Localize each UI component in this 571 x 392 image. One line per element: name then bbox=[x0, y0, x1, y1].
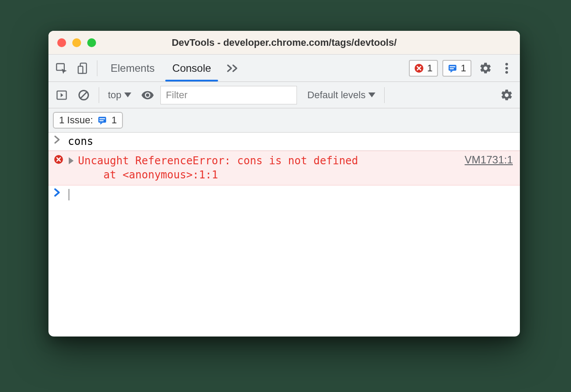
maximize-window-button[interactable] bbox=[87, 38, 96, 47]
input-chevron-icon bbox=[54, 135, 63, 144]
error-count: 1 bbox=[427, 63, 433, 74]
console-previous-input-text: cons bbox=[68, 135, 93, 148]
issue-icon bbox=[97, 115, 107, 125]
issues-label: 1 Issue: bbox=[59, 115, 93, 126]
console-filter-bar: top Default levels bbox=[48, 82, 520, 108]
divider bbox=[384, 87, 385, 103]
tab-console[interactable]: Console bbox=[163, 55, 220, 81]
console-settings-icon[interactable] bbox=[497, 85, 516, 105]
filter-input[interactable] bbox=[160, 86, 297, 104]
minimize-window-button[interactable] bbox=[72, 38, 81, 47]
log-levels-label: Default levels bbox=[308, 89, 366, 101]
context-selector[interactable]: top bbox=[104, 85, 135, 105]
svg-point-6 bbox=[505, 67, 508, 69]
device-toolbar-icon[interactable] bbox=[73, 59, 93, 78]
live-expressions-icon[interactable] bbox=[137, 85, 158, 105]
clear-console-icon[interactable] bbox=[74, 85, 93, 105]
settings-icon[interactable] bbox=[476, 59, 495, 78]
log-levels-selector[interactable]: Default levels bbox=[304, 85, 379, 105]
svg-point-5 bbox=[505, 63, 508, 65]
divider bbox=[97, 60, 97, 76]
panel-tabs: Elements Console bbox=[102, 55, 245, 81]
error-source-link[interactable]: VM1731:1 bbox=[465, 154, 515, 166]
context-label: top bbox=[108, 89, 122, 101]
console-previous-input-row: cons bbox=[48, 133, 520, 151]
titlebar: DevTools - developer.chrome.com/tags/dev… bbox=[48, 31, 520, 55]
devtools-window: DevTools - developer.chrome.com/tags/dev… bbox=[48, 31, 520, 337]
window-title: DevTools - developer.chrome.com/tags/dev… bbox=[48, 37, 520, 48]
toggle-sidebar-icon[interactable] bbox=[52, 85, 71, 105]
svg-line-10 bbox=[81, 92, 87, 98]
svg-rect-4 bbox=[449, 65, 456, 70]
expand-error-icon[interactable] bbox=[69, 157, 74, 164]
issues-bar: 1 Issue: 1 bbox=[48, 108, 520, 133]
traffic-lights bbox=[57, 38, 96, 47]
console-input[interactable] bbox=[68, 188, 69, 200]
chevron-down-icon bbox=[368, 92, 375, 97]
chevron-down-icon bbox=[124, 92, 131, 97]
inspect-element-icon[interactable] bbox=[52, 59, 71, 78]
tabs-overflow-icon[interactable] bbox=[220, 55, 245, 81]
error-count-badge[interactable]: 1 bbox=[409, 60, 438, 77]
issue-icon bbox=[448, 63, 457, 73]
issues-count: 1 bbox=[111, 115, 117, 126]
console-prompt-row[interactable] bbox=[48, 185, 520, 203]
issue-count: 1 bbox=[461, 63, 466, 74]
svg-rect-2 bbox=[78, 66, 83, 73]
main-toolbar: Elements Console 1 bbox=[48, 55, 520, 82]
more-options-icon[interactable] bbox=[497, 59, 516, 78]
prompt-chevron-icon bbox=[54, 188, 63, 197]
error-icon bbox=[414, 63, 424, 73]
close-window-button[interactable] bbox=[57, 38, 66, 47]
error-icon bbox=[54, 155, 64, 165]
issue-count-badge[interactable]: 1 bbox=[442, 60, 471, 77]
svg-point-7 bbox=[505, 71, 508, 74]
svg-rect-11 bbox=[98, 117, 106, 122]
error-message: Uncaught ReferenceError: cons is not def… bbox=[78, 154, 460, 182]
console-error-row: Uncaught ReferenceError: cons is not def… bbox=[48, 151, 520, 185]
divider bbox=[99, 87, 99, 103]
issues-chip[interactable]: 1 Issue: 1 bbox=[53, 112, 123, 129]
console-body: cons Uncaught ReferenceError: cons is no… bbox=[48, 133, 520, 337]
svg-rect-0 bbox=[56, 63, 64, 70]
tab-elements[interactable]: Elements bbox=[102, 55, 163, 81]
